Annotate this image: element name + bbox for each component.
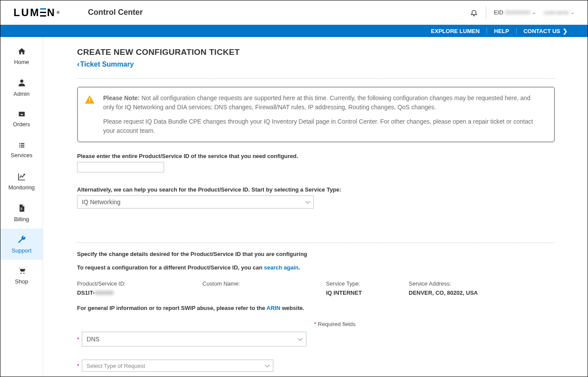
- note-label: Please Note:: [103, 94, 140, 101]
- chevron-right-icon: ❯: [563, 28, 568, 34]
- sidebar-item-label: Services: [11, 152, 33, 158]
- required-fields-label: * Required fields: [77, 321, 356, 327]
- svg-rect-3: [19, 145, 20, 146]
- secondary-nav: EXPLORE LUMEN HELP CONTACT US ❯: [0, 25, 588, 37]
- nav-explore-lumen[interactable]: EXPLORE LUMEN: [424, 28, 487, 34]
- sidebar-item-orders[interactable]: Orders: [0, 103, 43, 135]
- service-addr-label: Service Address:: [409, 280, 555, 287]
- sidebar-item-shop[interactable]: Shop: [0, 260, 43, 291]
- username-value: username: [544, 9, 569, 16]
- sidebar: Home Admin Orders Services Monitoring $ …: [0, 37, 43, 377]
- sidebar-item-label: Orders: [13, 121, 30, 128]
- svg-rect-2: [20, 143, 24, 144]
- product-id-input[interactable]: [77, 162, 164, 172]
- sidebar-item-label: Shop: [15, 278, 28, 285]
- eid-value: 00000000: [505, 9, 530, 16]
- cart-icon: [17, 266, 27, 276]
- request-type-select[interactable]: Select Type of Request: [82, 360, 273, 372]
- home-icon: [17, 47, 27, 57]
- sidebar-item-support[interactable]: Support: [0, 229, 43, 260]
- service-type-select[interactable]: IQ Networking: [77, 195, 314, 209]
- back-link[interactable]: ‹Ticket Summary: [77, 60, 134, 69]
- search-again-link[interactable]: search again: [264, 264, 299, 271]
- svg-rect-4: [20, 145, 24, 146]
- chevron-left-icon: ‹: [77, 60, 80, 69]
- app-title: Control Center: [88, 8, 143, 17]
- sidebar-item-billing[interactable]: $ Billing: [0, 197, 43, 229]
- sidebar-item-label: Billing: [14, 216, 29, 222]
- warning-icon: [84, 94, 95, 135]
- logo[interactable]: LUMN®: [13, 7, 60, 19]
- details-grid: Product/Service ID: DS1IT-000000 Custom …: [77, 280, 555, 296]
- wrench-icon: [17, 235, 27, 246]
- product-id-label: Please enter the entire Product/Service …: [77, 153, 555, 159]
- notifications-icon[interactable]: [470, 8, 478, 17]
- search-again-line: To request a configuration for a differe…: [77, 264, 555, 271]
- chart-icon: [17, 172, 27, 182]
- sidebar-item-services[interactable]: Services: [0, 135, 43, 166]
- note-box: Please Note: Not all configuration chang…: [77, 87, 555, 142]
- svg-rect-10: [89, 98, 90, 101]
- arin-link[interactable]: ARIN: [266, 305, 280, 311]
- divider: [77, 242, 555, 243]
- request-type-row: * Select Type of Request: [77, 360, 555, 372]
- nav-contact-us[interactable]: CONTACT US ❯: [516, 28, 575, 34]
- specify-label: Specify the change details desired for t…: [77, 251, 555, 257]
- inbox-icon: [17, 110, 27, 119]
- svg-rect-6: [20, 147, 24, 148]
- sidebar-item-label: Home: [14, 59, 29, 65]
- svg-rect-11: [89, 102, 90, 103]
- nav-help[interactable]: HELP: [487, 28, 516, 34]
- psid-value: DS1IT-000000: [77, 289, 202, 296]
- arin-line: For general IP information or to report …: [77, 305, 555, 311]
- svg-point-0: [20, 80, 23, 83]
- header: LUMN® Control Center EID 00000000 ⌄ user…: [0, 0, 588, 25]
- svg-rect-1: [19, 143, 20, 144]
- note-text-2: Please request IQ Data Bundle CPE change…: [103, 117, 542, 135]
- svg-point-8: [20, 273, 22, 274]
- sidebar-item-label: Admin: [13, 91, 30, 97]
- sidebar-item-label: Support: [12, 247, 32, 254]
- divider: [77, 78, 555, 79]
- svg-point-9: [23, 273, 24, 274]
- chevron-down-icon: ⌄: [532, 10, 536, 15]
- sidebar-item-home[interactable]: Home: [0, 40, 43, 72]
- service-type-detail-value: IQ INTERNET: [326, 289, 409, 296]
- header-right: EID 00000000 ⌄ username ⌄: [470, 7, 575, 19]
- sidebar-item-label: Monitoring: [8, 184, 35, 191]
- config-type-row: * DNS: [77, 332, 555, 347]
- service-addr-value: DENVER, CO, 80202, USA: [409, 289, 555, 296]
- eid-label: EID: [494, 9, 504, 16]
- list-icon: [17, 142, 27, 150]
- service-type-detail-label: Service Type:: [326, 280, 409, 287]
- required-marker: *: [77, 336, 79, 343]
- main-content: CREATE NEW CONFIGURATION TICKET ‹Ticket …: [43, 37, 588, 377]
- eid-dropdown[interactable]: EID 00000000 ⌄: [494, 9, 536, 16]
- required-marker: *: [77, 363, 79, 369]
- user-icon: [17, 78, 27, 89]
- page-title: CREATE NEW CONFIGURATION TICKET: [77, 47, 555, 57]
- divider: [486, 7, 486, 19]
- sidebar-item-monitoring[interactable]: Monitoring: [0, 166, 43, 197]
- config-type-select[interactable]: DNS: [82, 332, 306, 347]
- psid-label: Product/Service ID:: [77, 280, 202, 287]
- note-text-1: Not all configuration change requests ar…: [103, 94, 531, 111]
- chevron-down-icon: ⌄: [571, 10, 575, 15]
- svg-rect-5: [19, 147, 20, 148]
- custom-name-label: Custom Name:: [202, 280, 326, 287]
- sidebar-item-admin[interactable]: Admin: [0, 72, 43, 103]
- user-dropdown[interactable]: username ⌄: [544, 9, 575, 16]
- invoice-icon: $: [17, 203, 26, 214]
- service-type-label: Alternatively, we can help you search fo…: [77, 186, 555, 193]
